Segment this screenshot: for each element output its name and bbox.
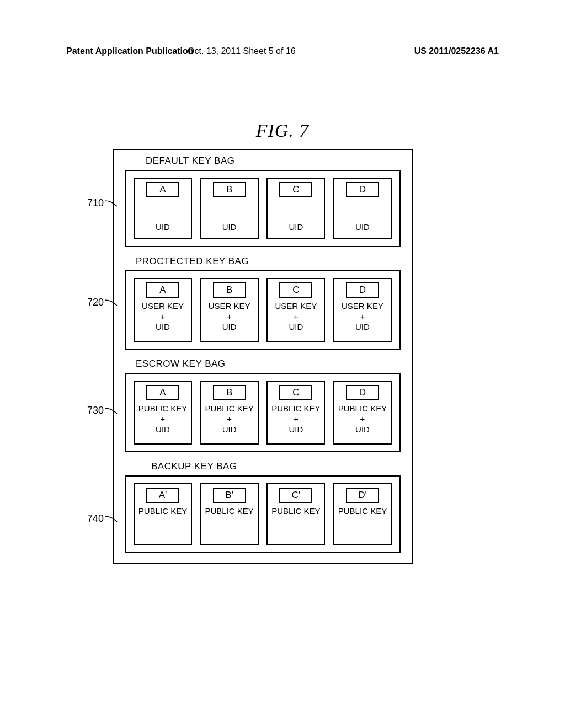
key-cell: A USER KEY + UID: [134, 278, 192, 342]
key-cell: A PUBLIC KEY + UID: [134, 381, 192, 445]
backup-key-bag: A' PUBLIC KEY B' PUBLIC KEY C' PUBLIC KE…: [125, 475, 401, 553]
ref-number: 710: [87, 197, 104, 209]
key-cell: B PUBLIC KEY + UID: [200, 381, 259, 445]
key-label: B: [213, 282, 246, 298]
header-left: Patent Application Publication: [66, 46, 194, 56]
ref-number: 730: [87, 405, 104, 416]
key-sub: UID: [156, 222, 170, 233]
ref-730: 730: [87, 405, 118, 416]
key-label: C: [279, 385, 312, 400]
key-cell: D PUBLIC KEY + UID: [333, 381, 392, 445]
key-label: C: [279, 282, 312, 298]
key-sub: USER KEY + UID: [142, 301, 184, 332]
leader-line-icon: [105, 299, 118, 307]
key-sub: UID: [355, 222, 370, 233]
page-header: Patent Application Publication Oct. 13, …: [0, 46, 565, 56]
key-sub: UID: [289, 222, 303, 233]
key-sub: USER KEY + UID: [275, 301, 317, 332]
key-label: A': [146, 488, 179, 503]
key-cell: C UID: [266, 178, 325, 239]
backup-bag-title: BACKUP KEY BAG: [114, 456, 412, 475]
key-label: B: [213, 182, 246, 197]
key-sub: PUBLIC KEY: [338, 506, 387, 517]
escrow-key-bag: A PUBLIC KEY + UID B PUBLIC KEY + UID C …: [125, 373, 401, 452]
key-sub: PUBLIC KEY + UID: [205, 404, 253, 435]
key-label: D: [346, 282, 379, 298]
default-bag-title: DEFAULT KEY BAG: [114, 150, 412, 170]
protected-bag-title: PROCTECTED KEY BAG: [114, 250, 412, 270]
key-cell: C USER KEY + UID: [266, 278, 325, 342]
key-label: D': [346, 488, 379, 503]
key-label: B': [213, 488, 246, 503]
leader-line-icon: [105, 200, 118, 207]
key-sub: UID: [222, 222, 237, 233]
key-label: A: [146, 182, 179, 197]
leader-line-icon: [105, 515, 118, 523]
key-bags-container: DEFAULT KEY BAG A UID B UID C UID D UID …: [113, 149, 413, 564]
ref-720: 720: [87, 297, 118, 308]
ref-number: 720: [87, 297, 104, 308]
leader-line-icon: [105, 407, 118, 415]
key-sub: PUBLIC KEY: [205, 506, 253, 517]
key-cell: A UID: [134, 178, 192, 239]
key-sub: PUBLIC KEY: [138, 506, 187, 517]
key-cell: B UID: [200, 178, 259, 239]
default-key-bag: A UID B UID C UID D UID: [125, 170, 401, 247]
key-sub: USER KEY + UID: [209, 301, 250, 332]
key-label: A: [146, 385, 179, 400]
key-label: A: [146, 282, 179, 298]
figure-title: FIG. 7: [0, 120, 565, 141]
ref-710: 710: [87, 197, 118, 209]
key-label: C: [279, 182, 312, 197]
key-sub: PUBLIC KEY + UID: [271, 404, 320, 435]
key-label: B: [213, 385, 246, 400]
key-label: C': [279, 488, 312, 503]
key-cell: C PUBLIC KEY + UID: [266, 381, 325, 445]
key-cell: B' PUBLIC KEY: [200, 483, 259, 545]
protected-key-bag: A USER KEY + UID B USER KEY + UID C USER…: [125, 270, 401, 350]
ref-number: 740: [87, 513, 104, 524]
key-sub: PUBLIC KEY + UID: [138, 404, 187, 435]
header-mid: Oct. 13, 2011 Sheet 5 of 16: [188, 46, 296, 56]
key-label: D: [346, 385, 379, 400]
key-label: D: [346, 182, 379, 197]
escrow-bag-title: ESCROW KEY BAG: [114, 353, 412, 373]
key-cell: B USER KEY + UID: [200, 278, 259, 342]
key-cell: D USER KEY + UID: [333, 278, 392, 342]
key-cell: D' PUBLIC KEY: [333, 483, 392, 545]
key-cell: D UID: [333, 178, 392, 239]
header-right: US 2011/0252236 A1: [414, 46, 499, 56]
key-cell: C' PUBLIC KEY: [266, 483, 325, 545]
ref-740: 740: [87, 513, 118, 524]
key-sub: PUBLIC KEY + UID: [338, 404, 387, 435]
key-sub: PUBLIC KEY: [271, 506, 320, 517]
key-cell: A' PUBLIC KEY: [134, 483, 192, 545]
key-sub: USER KEY + UID: [342, 301, 383, 332]
